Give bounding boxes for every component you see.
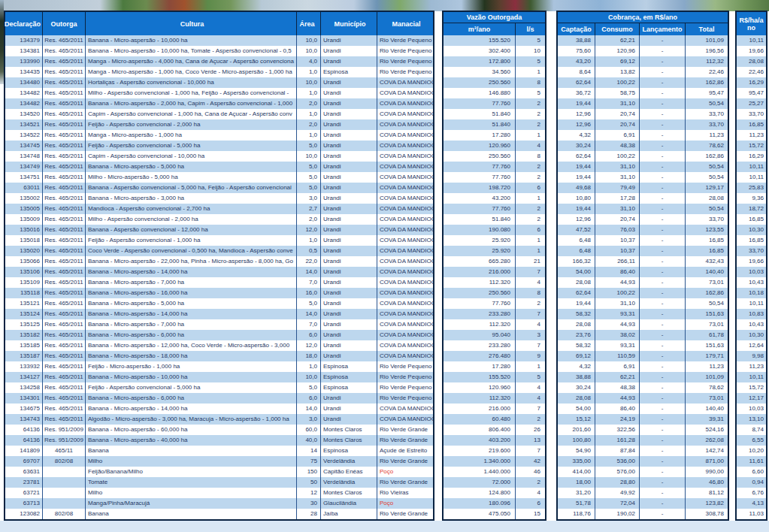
cell-declaracao[interactable]: 135005 — [5, 204, 43, 214]
group-header-cobranca[interactable]: Cobrança, em R$/ano — [558, 12, 728, 23]
cell-cultura[interactable]: Banana — [86, 446, 297, 456]
cell-area[interactable]: 5,0 — [297, 382, 321, 393]
cell-lancamento[interactable]: - — [640, 298, 686, 309]
cell-declaracao[interactable]: 134522 — [5, 130, 43, 141]
cell-ls[interactable]: 21 — [516, 256, 545, 267]
cell-cultura[interactable]: Banana - Micro-aspersão - 14,000 ha — [86, 309, 297, 319]
cell-municipio[interactable]: Urandi — [321, 109, 377, 119]
cell-consumo[interactable]: 31,10 — [595, 162, 640, 172]
cell-rs-ha-ano[interactable]: 16,85 — [737, 214, 766, 225]
cell-lancamento[interactable]: - — [640, 88, 686, 98]
cell-consumo[interactable]: 20,74 — [595, 119, 640, 130]
cell-ls[interactable]: 4 — [516, 277, 545, 288]
cell-consumo[interactable]: 93,31 — [595, 340, 640, 351]
cell-municipio[interactable]: Verdelândia — [321, 477, 377, 488]
cell-consumo[interactable]: 100,22 — [595, 77, 640, 88]
cell-lancamento[interactable]: - — [640, 319, 686, 330]
cell-m3ano[interactable]: 34.560 — [444, 67, 516, 77]
cell-ls[interactable]: 2 — [516, 109, 545, 119]
cell-cultura[interactable]: Feijão - Aspersão convencional - 2,000 h… — [86, 119, 297, 130]
cell-m3ano[interactable]: 146.880 — [444, 88, 516, 98]
cell-rs-ha-ano[interactable]: 6,76 — [737, 488, 766, 498]
cell-outorga[interactable]: 802/08 — [43, 509, 86, 519]
cell-consumo[interactable]: 20,74 — [595, 109, 640, 119]
cell-outorga[interactable]: Res. 465/2011 — [43, 46, 86, 56]
cell-captacao[interactable]: 58,32 — [558, 309, 595, 319]
cell-area[interactable]: 150 — [297, 467, 321, 477]
cell-captacao[interactable]: 28,08 — [558, 393, 595, 404]
cell-area[interactable]: 1,0 — [297, 235, 321, 246]
cell-declaracao[interactable]: 134743 — [5, 414, 43, 425]
cell-rs-ha-ano[interactable]: 19,66 — [737, 46, 766, 56]
cell-consumo[interactable]: 49,92 — [595, 488, 640, 498]
cell-captacao[interactable]: 12,96 — [558, 109, 595, 119]
cell-municipio[interactable]: Urandi — [321, 130, 377, 141]
cell-outorga[interactable]: Res. 465/2011 — [43, 372, 86, 382]
cell-rs-ha-ano[interactable]: 10,03 — [737, 404, 766, 414]
cell-declaracao[interactable]: 134520 — [5, 109, 43, 119]
cell-total[interactable]: 50,54 — [686, 162, 728, 172]
cell-cultura[interactable]: Milho — [86, 456, 297, 467]
cell-captacao[interactable]: 15,12 — [558, 414, 595, 425]
cell-outorga[interactable]: Res. 465/2011 — [43, 267, 86, 277]
cell-lancamento[interactable]: - — [640, 288, 686, 298]
cell-outorga[interactable]: Res. 465/2011 — [43, 298, 86, 309]
cell-declaracao[interactable]: 134127 — [5, 372, 43, 382]
col-header-m3-ano[interactable]: m³/ano — [444, 23, 516, 35]
cell-captacao[interactable]: 19,44 — [558, 98, 595, 109]
cell-captacao[interactable]: 12,96 — [558, 214, 595, 225]
cell-captacao[interactable]: 62,64 — [558, 288, 595, 298]
cell-manancial[interactable]: COVA DA MANDIOCA — [377, 130, 433, 141]
cell-declaracao[interactable]: 134521 — [5, 119, 43, 130]
cell-cultura[interactable]: Banana - Micro-aspersão - 6,000 ha — [86, 393, 297, 404]
cell-outorga[interactable]: Res. 465/2011 — [43, 319, 86, 330]
cell-consumo[interactable]: 110,59 — [595, 351, 640, 361]
cell-captacao[interactable]: 49,68 — [558, 183, 595, 193]
cell-cultura[interactable]: Banana - Micro-aspersão - 5,000 ha — [86, 298, 297, 309]
cell-rs-ha-ano[interactable]: 10,30 — [737, 225, 766, 235]
cell-municipio[interactable]: Montes Claros — [321, 488, 377, 498]
cell-lancamento[interactable]: - — [640, 498, 686, 509]
cell-outorga[interactable]: Res. 465/2011 — [43, 151, 86, 162]
cell-outorga[interactable]: Res. 465/2011 — [43, 277, 86, 288]
cell-m3ano[interactable]: 60.480 — [444, 414, 516, 425]
cell-rs-ha-ano[interactable]: 18,72 — [737, 204, 766, 214]
cell-outorga[interactable]: Res. 465/2011 — [43, 256, 86, 267]
cell-declaracao[interactable]: 134435 — [5, 67, 43, 77]
cell-municipio[interactable]: Espinosa — [321, 67, 377, 77]
cell-total[interactable]: 524,16 — [686, 425, 728, 435]
cell-lancamento[interactable]: - — [640, 256, 686, 267]
cell-municipio[interactable]: Urandi — [321, 340, 377, 351]
cell-manancial[interactable]: Poço — [377, 498, 433, 509]
cell-lancamento[interactable]: - — [640, 141, 686, 151]
cell-outorga[interactable]: Res. 465/2011 — [43, 130, 86, 141]
cell-m3ano[interactable]: 216.000 — [444, 267, 516, 277]
cell-rs-ha-ano[interactable]: 22,46 — [737, 67, 766, 77]
cell-declaracao[interactable]: 135124 — [5, 309, 43, 319]
cell-total[interactable]: 129,17 — [686, 183, 728, 193]
cell-municipio[interactable]: Urandi — [321, 204, 377, 214]
cell-area[interactable]: 1,0 — [297, 361, 321, 372]
cell-declaracao[interactable]: 135187 — [5, 351, 43, 361]
cell-area[interactable]: 3,0 — [297, 414, 321, 425]
cell-cultura[interactable]: Manga - Micro-aspersão - 4,000 ha, Cana … — [86, 56, 297, 67]
cell-consumo[interactable]: 20,74 — [595, 214, 640, 225]
cell-outorga[interactable]: Res. 465/2011 — [43, 183, 86, 193]
cell-m3ano[interactable]: 806.400 — [444, 425, 516, 435]
cell-manancial[interactable]: COVA DA MANDIOCA — [377, 246, 433, 256]
cell-area[interactable]: 0,5 — [297, 246, 321, 256]
cell-m3ano[interactable]: 198.720 — [444, 183, 516, 193]
cell-ls[interactable]: 7 — [516, 446, 545, 456]
cell-municipio[interactable]: Urandi — [321, 77, 377, 88]
cell-total[interactable]: 123,82 — [686, 498, 728, 509]
cell-municipio[interactable]: Urandi — [321, 172, 377, 183]
cell-captacao[interactable]: 12,96 — [558, 119, 595, 130]
cell-cultura[interactable]: Coco Verde - Aspersão convencional - 0,5… — [86, 246, 297, 256]
cell-m3ano[interactable]: 25.920 — [444, 246, 516, 256]
cell-captacao[interactable]: 47,52 — [558, 225, 595, 235]
cell-m3ano[interactable]: 43.200 — [444, 193, 516, 204]
cell-cultura[interactable]: Milho - Micro-aspersão - 5,000 ha — [86, 172, 297, 183]
cell-m3ano[interactable]: 17.280 — [444, 130, 516, 141]
cell-rs-ha-ano[interactable]: 19,66 — [737, 256, 766, 267]
cell-lancamento[interactable]: - — [640, 435, 686, 446]
